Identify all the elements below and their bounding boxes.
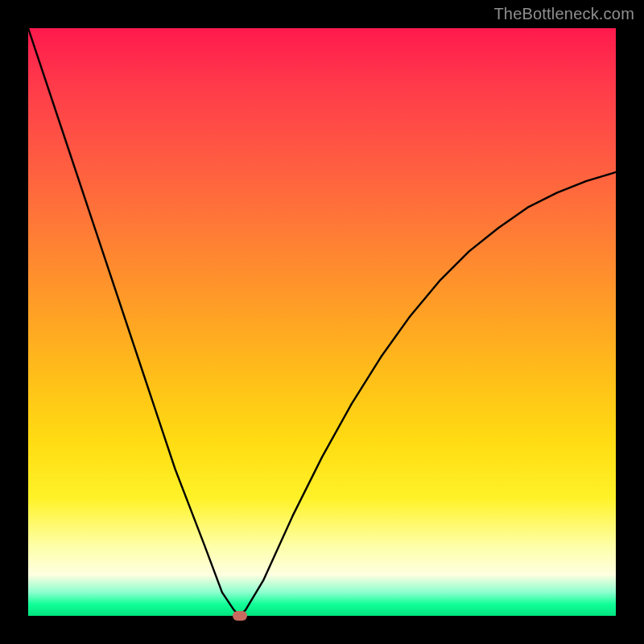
- watermark-text: TheBottleneck.com: [493, 5, 634, 23]
- plot-area: [28, 28, 616, 616]
- optimal-point-marker: [233, 611, 247, 621]
- curve-path: [28, 28, 616, 616]
- bottleneck-curve: [28, 28, 616, 616]
- chart-frame: TheBottleneck.com: [0, 0, 644, 644]
